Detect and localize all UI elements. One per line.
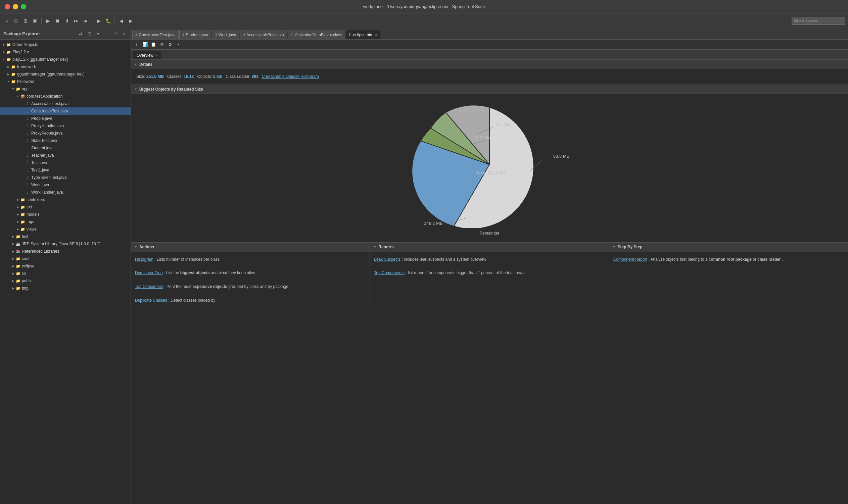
toolbar-btn-1[interactable]: ≡ [3, 17, 11, 25]
toolbar-btn-3[interactable]: ⊞ [21, 17, 30, 25]
tree-item-helloword[interactable]: ▼📁helloword [0, 78, 130, 85]
label-83mb: 83.8 MB [553, 154, 569, 159]
tree-arrow-public: ▶ [11, 278, 15, 283]
tree-icon-app: 📁 [15, 86, 21, 92]
tree-item-app[interactable]: ▼📁app [0, 85, 130, 93]
close-button[interactable] [5, 4, 10, 10]
tree-label-test-folder: test [22, 234, 28, 239]
actions-item-1-text: : Lists number of instances per class [155, 257, 219, 262]
view-btn-info[interactable]: ℹ [133, 41, 140, 48]
tree-item-constructortest[interactable]: JConstructorTest.java [0, 107, 130, 115]
main-panel: JConstructorTest.javaJStudent.javaJWork.… [131, 28, 848, 504]
tree-item-people[interactable]: JPeople.java [0, 115, 130, 122]
toolbar-sep-2 [92, 17, 92, 24]
view-btn-heap[interactable]: ⊗ [158, 41, 165, 48]
tree-item-proxyhandler[interactable]: JProxyHandler.java [0, 122, 130, 129]
tree-item-other-projects[interactable]: ▶📁Other Projects [0, 41, 130, 48]
editor-tab-eclipse-tab[interactable]: Eeclipse.bin× [346, 30, 382, 39]
view-btn-dot[interactable]: • [175, 41, 182, 48]
sidebar-sync-btn[interactable]: ⇄ [77, 31, 84, 37]
topconsumers-link[interactable]: Top Consumers [135, 284, 163, 289]
tree-item-test[interactable]: JTest.java [0, 159, 130, 166]
tree-item-work[interactable]: JWork.java [0, 181, 130, 188]
tree-item-teacher[interactable]: JTeacher.java [0, 152, 130, 159]
unreachable-link[interactable]: Unreachable Objects Histogram [262, 74, 319, 79]
dominator-link[interactable]: Dominator Tree [135, 270, 163, 275]
tree-label-constructortest: ConstructorTest.java [31, 109, 68, 113]
tree-item-com-test-application[interactable]: ▼📦com.test.Application [0, 93, 130, 100]
sidebar-close-btn[interactable]: × [121, 31, 127, 37]
tree-arrow-tmp: ▶ [11, 286, 15, 291]
overview-tab[interactable]: Overview × [133, 51, 161, 59]
chart-section-header[interactable]: ▼ Biggest Objects by Retained Size [131, 85, 848, 94]
editor-tab-constructor-tab[interactable]: JConstructorTest.java [132, 30, 179, 39]
editor-tab-work-tab[interactable]: JWork.java [212, 30, 240, 39]
tree-item-test-folder[interactable]: ▶📁test [0, 233, 130, 240]
minimize-button[interactable] [13, 4, 18, 10]
toolbar-btn-7[interactable]: ⏸ [63, 17, 71, 25]
overview-tabs: Overview × [131, 50, 848, 60]
tree-item-public[interactable]: ▶📁public [0, 277, 130, 285]
tab-close-eclipse-tab[interactable]: × [374, 33, 378, 37]
quick-access-box[interactable]: Quick Access [792, 17, 845, 25]
tree-item-play12x[interactable]: ▼📁play1.2.x [ggauthmanager dev] [0, 56, 130, 63]
tree-item-typetokentest[interactable]: JTypeTokenTest.java [0, 174, 130, 181]
top-components-link[interactable]: Top Components [374, 270, 405, 275]
tree-item-accessibletest[interactable]: JAccessiableTest.java [0, 100, 130, 107]
view-btn-chart[interactable]: 📊 [141, 41, 149, 48]
tree-item-ext[interactable]: ▶📁ext [0, 203, 130, 211]
tree-item-statictest[interactable]: JStaticTest.java [0, 137, 130, 144]
maximize-button[interactable] [21, 4, 26, 10]
sidebar-menu-btn[interactable]: ▾ [95, 31, 101, 37]
tree-icon-ext: 📁 [20, 204, 25, 210]
sidebar-min-btn[interactable]: — [104, 31, 110, 37]
tree-item-models[interactable]: ▶📁models [0, 211, 130, 218]
toolbar-forward[interactable]: ▶ [127, 17, 135, 25]
tree-item-student[interactable]: JStudent.java [0, 144, 130, 152]
overview-tab-close[interactable]: × [156, 53, 157, 57]
tree-label-models: models [26, 212, 40, 217]
toolbar-btn-9[interactable]: ⏮ [82, 17, 90, 25]
editor-tab-activation-tab[interactable]: CActivationDataFlavor.class [288, 30, 346, 39]
toolbar-btn-2[interactable]: ⬡ [12, 17, 20, 25]
tree-item-test1[interactable]: JTest1.java [0, 166, 130, 174]
sidebar-max-btn[interactable]: □ [112, 31, 119, 37]
toolbar-run[interactable]: ▶ [95, 17, 103, 25]
tree-item-conf[interactable]: ▶📁conf [0, 255, 130, 263]
component-report-link[interactable]: Component Report [613, 257, 647, 262]
toolbar-btn-8[interactable]: ⏭ [72, 17, 80, 25]
sidebar-collapse-btn[interactable]: ⊟ [86, 31, 92, 37]
editor-tab-accessible-tab[interactable]: JAccessiableTest.java [240, 30, 287, 39]
tree-item-play22x[interactable]: ▶📁Play2.2.x [0, 48, 130, 56]
tree-item-framework[interactable]: ▶📁framework [0, 63, 130, 70]
editor-tab-student-tab[interactable]: JStudent.java [179, 30, 211, 39]
step-content: Component Report : Analyze objects that … [609, 252, 848, 267]
tree-item-jre-system-library[interactable]: ▶☕JRE System Library [Java SE 8 [1.8.0_1… [0, 240, 130, 248]
toolbar-back[interactable]: ◀ [117, 17, 125, 25]
total-label-inline: Total: 251.6 MB [476, 170, 506, 176]
tree-item-tmp[interactable]: ▶📁tmp [0, 285, 130, 292]
toolbar-btn-5[interactable]: ▶ [44, 17, 52, 25]
tree-icon-people: J [25, 116, 30, 121]
details-section-header[interactable]: ▼ Details [131, 60, 848, 69]
toolbar-btn-4[interactable]: ▣ [31, 17, 39, 25]
tree-item-workhandler[interactable]: JWorkHandler.java [0, 188, 130, 196]
tree-item-proxypeople[interactable]: JProxyPeople.java [0, 129, 130, 137]
tree-item-referenced-libraries[interactable]: ▶📚Referenced Libraries [0, 248, 130, 255]
tree-item-lib[interactable]: ▶📁lib [0, 270, 130, 277]
view-btn-filter[interactable]: ⚙ [166, 41, 174, 48]
view-btn-table[interactable]: 📋 [150, 41, 157, 48]
step-bold-2: class loader [757, 257, 780, 262]
leak-suspects-link[interactable]: Leak Suspects [374, 257, 401, 262]
actions-item-3-text2: grouped by class and by package. [227, 284, 289, 289]
histogram-link[interactable]: Histogram [135, 257, 154, 262]
tree-item-eclipse[interactable]: ▶📁eclipse [0, 263, 130, 270]
toolbar-btn-6[interactable]: ⏹ [53, 17, 61, 25]
actions-bold-1: biggest objects [180, 270, 210, 275]
tree-item-controllers[interactable]: ▶📁controllers [0, 196, 130, 203]
tree-item-views[interactable]: ▶📁views [0, 226, 130, 233]
tree-item-tags[interactable]: ▶📁tags [0, 218, 130, 226]
tree-item-ggauthmanager[interactable]: ▶📁ggauthmanager [ggauthmanager dev] [0, 70, 130, 78]
toolbar-debug[interactable]: 🐛 [104, 17, 112, 25]
duplicate-link[interactable]: Duplicate Classes [135, 298, 167, 303]
